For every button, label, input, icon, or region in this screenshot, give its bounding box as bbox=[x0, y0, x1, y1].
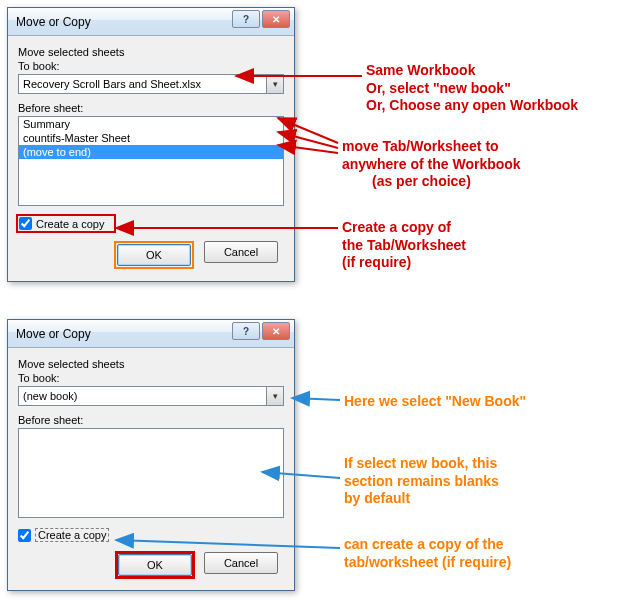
to-book-combo[interactable]: ▾ bbox=[18, 74, 284, 94]
create-copy-row[interactable]: Create a copy bbox=[18, 216, 114, 231]
annotation-same-workbook: Same Workbook Or, select "new book" Or, … bbox=[366, 62, 578, 115]
create-copy-checkbox[interactable] bbox=[19, 217, 32, 230]
before-sheet-list[interactable] bbox=[18, 428, 284, 518]
create-copy-checkbox[interactable] bbox=[18, 529, 31, 542]
move-or-copy-dialog-1: Move or Copy ? ✕ Move selected sheets To… bbox=[7, 7, 295, 282]
create-copy-label: Create a copy bbox=[36, 218, 104, 230]
annotation-create-copy: Create a copy of the Tab/Worksheet (if r… bbox=[342, 219, 466, 272]
close-button[interactable]: ✕ bbox=[262, 10, 290, 28]
ok-button[interactable]: OK bbox=[117, 244, 191, 266]
move-or-copy-dialog-2: Move or Copy ? ✕ Move selected sheets To… bbox=[7, 319, 295, 591]
titlebar[interactable]: Move or Copy ? ✕ bbox=[8, 320, 294, 348]
annotation-move-tab: move Tab/Worksheet to anywhere of the Wo… bbox=[342, 138, 521, 191]
instruction-label: Move selected sheets bbox=[18, 46, 284, 58]
annotation-new-book: Here we select "New Book" bbox=[344, 393, 526, 411]
titlebar[interactable]: Move or Copy ? ✕ bbox=[8, 8, 294, 36]
cancel-button[interactable]: Cancel bbox=[204, 552, 278, 574]
list-item[interactable]: (move to end) bbox=[19, 145, 283, 159]
create-copy-row[interactable]: Create a copy bbox=[18, 528, 284, 542]
svg-line-5 bbox=[292, 398, 340, 400]
to-book-label: To book: bbox=[18, 372, 284, 384]
before-sheet-label: Before sheet: bbox=[18, 102, 284, 114]
dialog-title: Move or Copy bbox=[16, 15, 91, 29]
ok-button[interactable]: OK bbox=[118, 554, 192, 576]
annotation-blank-section: If select new book, this section remains… bbox=[344, 455, 499, 508]
dropdown-icon[interactable]: ▾ bbox=[266, 74, 284, 94]
close-button[interactable]: ✕ bbox=[262, 322, 290, 340]
cancel-button[interactable]: Cancel bbox=[204, 241, 278, 263]
dropdown-icon[interactable]: ▾ bbox=[266, 386, 284, 406]
before-sheet-label: Before sheet: bbox=[18, 414, 284, 426]
to-book-input[interactable] bbox=[18, 74, 266, 94]
dialog-title: Move or Copy bbox=[16, 327, 91, 341]
ok-highlight: OK bbox=[116, 552, 194, 578]
to-book-input[interactable] bbox=[18, 386, 266, 406]
list-item[interactable]: Summary bbox=[19, 117, 283, 131]
before-sheet-list[interactable]: Summary countifs-Master Sheet (move to e… bbox=[18, 116, 284, 206]
ok-highlight: OK bbox=[114, 241, 194, 269]
create-copy-label: Create a copy bbox=[35, 528, 109, 542]
list-item[interactable]: countifs-Master Sheet bbox=[19, 131, 283, 145]
annotation-can-copy: can create a copy of the tab/worksheet (… bbox=[344, 536, 511, 571]
to-book-label: To book: bbox=[18, 60, 284, 72]
help-button[interactable]: ? bbox=[232, 322, 260, 340]
to-book-combo[interactable]: ▾ bbox=[18, 386, 284, 406]
instruction-label: Move selected sheets bbox=[18, 358, 284, 370]
help-button[interactable]: ? bbox=[232, 10, 260, 28]
